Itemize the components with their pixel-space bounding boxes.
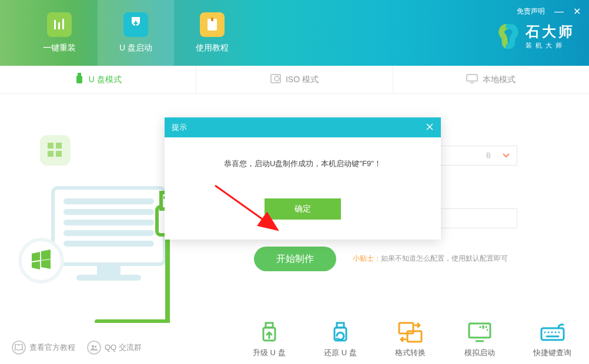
svg-point-49 <box>95 346 97 348</box>
start-create-label: 开始制作 <box>276 253 314 265</box>
usb-icon <box>75 73 84 86</box>
hint: 小贴士：如果不知道怎么配置，使用默认配置即可 <box>353 254 508 264</box>
upgrade-usb-icon <box>256 321 282 344</box>
svg-rect-2 <box>62 19 64 29</box>
mode-tabs: U 盘模式 ISO 模式 本地模式 <box>0 66 589 94</box>
nav-tabs: 一键重装 U 盘启动 使用教程 <box>0 0 250 66</box>
action-hotkey-lookup[interactable]: 快捷键查询 <box>533 321 571 358</box>
svg-rect-18 <box>63 209 154 215</box>
iso-icon <box>270 73 281 86</box>
group-icon <box>87 341 101 355</box>
action-upgrade-usb[interactable]: 升级 U 盘 <box>253 321 286 358</box>
window-controls: 免责声明 — ✕ <box>517 6 581 17</box>
svg-rect-19 <box>63 220 154 225</box>
mode-tab-label: 本地模式 <box>483 75 516 85</box>
footer-links: 查看官方教程 QQ 交流群 <box>12 341 142 355</box>
svg-rect-21 <box>63 241 154 247</box>
modal-message: 恭喜您，启动U盘制作成功，本机启动键"F9"！ <box>176 159 429 169</box>
restore-usb-icon <box>327 321 353 344</box>
reinstall-icon <box>47 12 72 37</box>
modal-ok-button[interactable]: 确定 <box>265 198 341 220</box>
svg-rect-9 <box>467 75 477 81</box>
mode-tab-iso[interactable]: ISO 模式 <box>196 66 393 93</box>
mode-tab-label: U 盘模式 <box>89 75 122 85</box>
mode-tab-label: ISO 模式 <box>286 75 319 85</box>
action-label: 快捷键查询 <box>533 348 571 358</box>
modal-header: 提示 <box>165 117 441 137</box>
titlebar: 免责声明 — ✕ 一键重装 U 盘启动 使用教程 石 <box>0 0 589 66</box>
start-create-button[interactable]: 开始制作 <box>254 247 336 271</box>
disclaimer-link[interactable]: 免责声明 <box>517 6 545 16</box>
svg-rect-1 <box>58 22 60 29</box>
svg-line-39 <box>480 326 481 328</box>
format-convert-icon <box>397 321 423 344</box>
svg-rect-6 <box>76 76 82 83</box>
svg-rect-4 <box>211 18 213 21</box>
modal-title: 提示 <box>172 122 187 133</box>
nav-tab-tutorial[interactable]: 使用教程 <box>174 0 250 66</box>
svg-rect-14 <box>48 151 53 157</box>
brand-logo-icon <box>496 24 521 49</box>
svg-rect-17 <box>63 198 154 204</box>
action-simulate-boot[interactable]: 模拟启动 <box>464 321 495 358</box>
nav-tab-label: U 盘启动 <box>119 43 152 53</box>
simulate-boot-icon <box>467 321 493 344</box>
hint-label: 小贴士： <box>353 254 381 262</box>
svg-point-48 <box>92 345 94 348</box>
action-label: 格式转换 <box>395 348 426 358</box>
footer-qq-link[interactable]: QQ 交流群 <box>87 341 142 355</box>
action-format-convert[interactable]: 格式转换 <box>395 321 426 358</box>
brand-subtitle: 装机大师 <box>526 41 575 50</box>
nav-tab-reinstall[interactable]: 一键重装 <box>21 0 98 66</box>
svg-rect-0 <box>54 20 56 29</box>
nav-tab-usb-boot[interactable]: U 盘启动 <box>98 0 174 66</box>
book-icon <box>12 341 26 355</box>
nav-tab-label: 使用教程 <box>196 43 229 53</box>
svg-rect-22 <box>97 264 121 275</box>
hotkey-icon <box>540 321 565 344</box>
svg-rect-15 <box>56 151 62 157</box>
modal-dialog: 提示 恭喜您，启动U盘制作成功，本机启动键"F9"！ 确定 <box>165 117 441 240</box>
modal-ok-label: 确定 <box>294 204 311 214</box>
action-restore-usb[interactable]: 还原 U 盘 <box>324 321 357 358</box>
action-row: 升级 U 盘 还原 U 盘 格式转换 模拟启动 快捷键查询 <box>253 321 571 358</box>
svg-rect-20 <box>63 230 154 236</box>
svg-rect-41 <box>541 328 564 340</box>
action-label: 还原 U 盘 <box>324 348 357 358</box>
hint-text: 如果不知道怎么配置，使用默认配置即可 <box>381 254 508 262</box>
svg-rect-5 <box>78 73 81 76</box>
brand-title: 石大师 <box>526 22 575 41</box>
svg-line-38 <box>486 326 487 328</box>
modal-close-button[interactable] <box>426 122 434 134</box>
modal-body: 恭喜您，启动U盘制作成功，本机启动键"F9"！ 确定 <box>165 137 441 240</box>
action-label: 模拟启动 <box>464 348 495 358</box>
action-label: 升级 U 盘 <box>253 348 286 358</box>
dropdown-value: B <box>486 151 491 160</box>
tutorial-icon <box>200 12 225 37</box>
footer-tutorial-link[interactable]: 查看官方教程 <box>12 341 75 355</box>
svg-rect-12 <box>48 143 53 149</box>
svg-point-8 <box>275 76 279 81</box>
brand: 石大师 装机大师 <box>496 22 575 50</box>
nav-tab-label: 一键重装 <box>43 43 76 53</box>
mode-tab-local[interactable]: 本地模式 <box>393 66 589 93</box>
svg-rect-13 <box>56 143 62 149</box>
footer-link-label: 查看官方教程 <box>29 342 75 353</box>
svg-rect-11 <box>40 135 71 166</box>
close-window-button[interactable]: ✕ <box>573 6 581 17</box>
footer-link-label: QQ 交流群 <box>105 342 142 353</box>
minimize-button[interactable]: — <box>554 6 564 17</box>
local-icon <box>466 74 478 85</box>
mode-tab-usb[interactable]: U 盘模式 <box>0 66 196 93</box>
svg-rect-23 <box>76 275 141 281</box>
chevron-down-icon <box>503 151 510 160</box>
usb-boot-icon <box>123 12 148 37</box>
